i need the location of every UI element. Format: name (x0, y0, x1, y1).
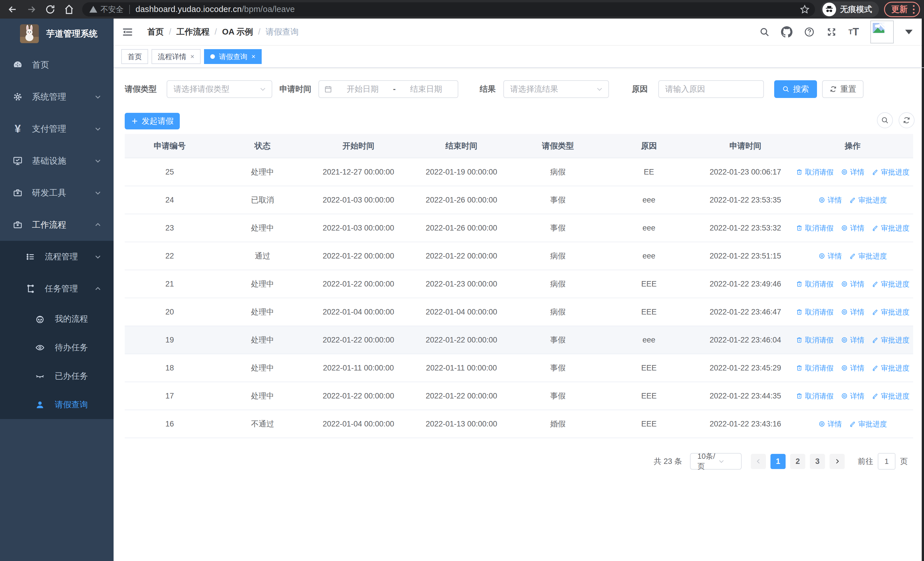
breadcrumb-home[interactable]: 首页 (147, 26, 164, 38)
cell-status: 处理中 (214, 223, 310, 233)
row-actions: 取消请假 详情 审批进度 (792, 196, 913, 205)
tab-leave-query[interactable]: 请假查询 × (204, 49, 262, 64)
reset-button[interactable]: 重置 (822, 80, 864, 98)
detail-link[interactable]: 详情 (841, 307, 864, 317)
cell-reason: EEE (599, 280, 699, 289)
detail-link[interactable]: 详情 (818, 251, 842, 261)
sidebar-item-system[interactable]: 系统管理 (0, 81, 114, 113)
refresh-table-button[interactable] (898, 112, 915, 128)
cancel-leave-link[interactable]: 取消请假 (796, 307, 834, 317)
approval-progress-link[interactable]: 审批进度 (872, 223, 909, 233)
browser-menu-icon[interactable] (913, 5, 915, 14)
reload-icon[interactable] (44, 3, 57, 16)
url-bar[interactable]: 不安全 dashboard.yudao.iocoder.cn/bpm/oa/le… (82, 2, 815, 17)
sidebar-item-my-process[interactable]: 我的流程 (0, 305, 114, 333)
sidebar-item-process-mgmt[interactable]: 流程管理 (0, 241, 114, 273)
start-date-placeholder[interactable]: 开始日期 (336, 84, 389, 95)
page-button-2[interactable]: 2 (790, 454, 805, 469)
tab-home[interactable]: 首页 (121, 49, 148, 64)
detail-link[interactable]: 详情 (841, 363, 864, 373)
forward-icon[interactable] (25, 3, 38, 16)
sidebar-item-payment[interactable]: ¥ 支付管理 (0, 113, 114, 145)
search-icon[interactable] (759, 27, 770, 37)
breadcrumb-oa-example[interactable]: OA 示例 (222, 26, 253, 38)
avatar-caret-icon[interactable] (905, 30, 913, 34)
sidebar-item-workflow[interactable]: 工作流程 (0, 209, 114, 241)
monitor-check-icon (11, 156, 24, 166)
sidebar-item-task-mgmt[interactable]: 任务管理 (0, 273, 114, 305)
toggle-search-button[interactable] (877, 112, 893, 128)
cancel-leave-link[interactable]: 取消请假 (796, 279, 834, 289)
cell-start-time: 2022-01-04 00:00:00 (310, 420, 406, 429)
close-icon[interactable]: × (251, 53, 255, 60)
detail-link[interactable]: 详情 (818, 196, 842, 205)
page-button-1[interactable]: 1 (771, 454, 786, 469)
result-select[interactable] (503, 80, 609, 98)
cancel-leave-link[interactable]: 取消请假 (796, 223, 834, 233)
sidebar-collapse-icon[interactable] (122, 26, 134, 38)
user-avatar[interactable] (870, 21, 894, 44)
breadcrumb-workflow[interactable]: 工作流程 (176, 26, 210, 38)
fullscreen-icon[interactable] (826, 27, 837, 38)
leave-type-select[interactable] (166, 80, 272, 98)
prev-page-button[interactable] (751, 454, 766, 469)
detail-link[interactable]: 详情 (818, 419, 842, 429)
update-button[interactable]: 更新 (884, 2, 920, 17)
trash-icon (796, 281, 803, 287)
search-button[interactable]: 搜索 (774, 80, 817, 98)
security-warning[interactable]: 不安全 (89, 4, 123, 15)
sidebar-item-infrastructure[interactable]: 基础设施 (0, 145, 114, 177)
chevron-right-icon (834, 458, 841, 465)
yen-icon: ¥ (11, 123, 24, 135)
font-size-icon[interactable]: TT (848, 26, 859, 38)
home-icon[interactable] (63, 3, 75, 16)
approval-progress-link[interactable]: 审批进度 (872, 363, 909, 373)
reason-input[interactable] (658, 80, 764, 98)
col-header-apply: 申请时间 (699, 141, 792, 151)
cell-start-time: 2021-12-27 00:00:00 (310, 168, 406, 176)
approval-progress-link[interactable]: 审批进度 (872, 391, 909, 401)
tab-process-detail[interactable]: 流程详情 × (152, 49, 201, 64)
next-page-button[interactable] (830, 454, 844, 469)
cancel-leave-link[interactable]: 取消请假 (796, 391, 834, 401)
page-size-select[interactable]: 10条/页 (690, 453, 742, 469)
create-leave-button[interactable]: 发起请假 (125, 113, 180, 129)
sidebar-item-leave-query[interactable]: 请假查询 (0, 391, 114, 419)
cell-end-time: 2022-01-22 00:00:00 (406, 335, 516, 344)
incognito-badge[interactable]: 无痕模式 (821, 2, 879, 17)
cancel-leave-link[interactable]: 取消请假 (796, 363, 834, 373)
cancel-leave-link[interactable]: 取消请假 (796, 167, 834, 177)
approval-progress-link[interactable]: 审批进度 (849, 251, 887, 261)
app-logo[interactable]: 芋道管理系统 (0, 18, 114, 49)
sidebar-item-todo-tasks[interactable]: 待办任务 (0, 333, 114, 362)
help-icon[interactable] (804, 27, 815, 38)
approval-progress-link[interactable]: 审批进度 (872, 279, 909, 289)
github-icon[interactable] (781, 26, 792, 38)
approval-progress-link[interactable]: 审批进度 (849, 419, 887, 429)
approval-progress-link[interactable]: 审批进度 (872, 167, 909, 177)
detail-link[interactable]: 详情 (841, 223, 864, 233)
goto-page-input[interactable] (878, 453, 896, 469)
chevron-down-icon (94, 125, 102, 132)
back-icon[interactable] (6, 3, 19, 16)
apply-time-range-picker[interactable]: 开始日期 - 结束日期 (318, 80, 458, 98)
cell-apply-time: 2022-01-22 23:46:47 (699, 308, 792, 316)
detail-link[interactable]: 详情 (841, 391, 864, 401)
detail-link[interactable]: 详情 (841, 335, 864, 345)
refresh-icon (830, 86, 837, 93)
cell-start-time: 2022-01-22 00:00:00 (310, 392, 406, 400)
detail-link[interactable]: 详情 (841, 279, 864, 289)
sidebar-item-devtools[interactable]: 研发工具 (0, 177, 114, 209)
sidebar-item-done-tasks[interactable]: 已办任务 (0, 362, 114, 391)
cancel-leave-link[interactable]: 取消请假 (796, 335, 834, 345)
briefcase-icon (11, 220, 24, 230)
close-icon[interactable]: × (190, 53, 194, 60)
approval-progress-link[interactable]: 审批进度 (849, 196, 887, 205)
detail-link[interactable]: 详情 (841, 167, 864, 177)
sidebar-item-home[interactable]: 首页 (0, 49, 114, 81)
approval-progress-link[interactable]: 审批进度 (872, 307, 909, 317)
bookmark-star-icon[interactable] (800, 4, 810, 15)
end-date-placeholder[interactable]: 结束日期 (400, 84, 453, 95)
page-button-3[interactable]: 3 (810, 454, 825, 469)
approval-progress-link[interactable]: 审批进度 (872, 335, 909, 345)
